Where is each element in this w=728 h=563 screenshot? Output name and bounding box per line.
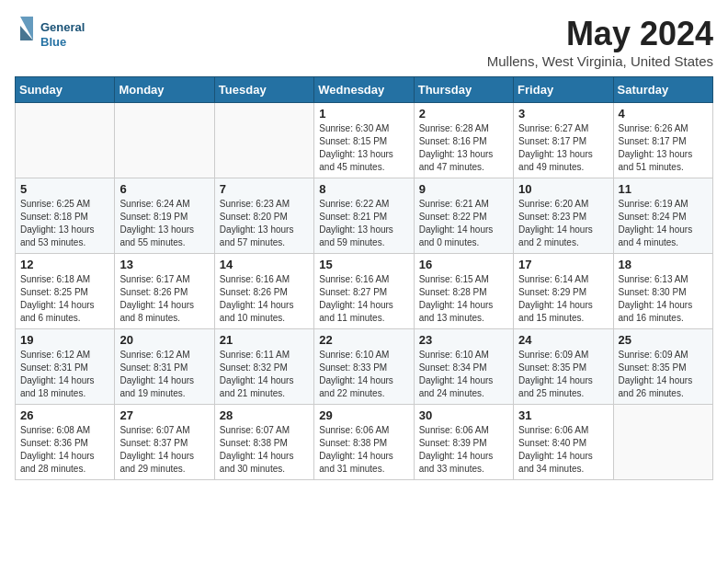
day-info: Sunrise: 6:06 AM Sunset: 8:39 PM Dayligh… — [419, 424, 508, 476]
calendar-cell — [613, 405, 712, 480]
calendar-cell: 21Sunrise: 6:11 AM Sunset: 8:32 PM Dayli… — [214, 329, 313, 405]
calendar-cell: 25Sunrise: 6:09 AM Sunset: 8:35 PM Dayli… — [613, 329, 712, 405]
day-number: 17 — [518, 258, 608, 271]
day-of-week-header: Thursday — [414, 77, 513, 103]
day-number: 28 — [220, 408, 309, 422]
day-info: Sunrise: 6:26 AM Sunset: 8:17 PM Dayligh… — [619, 122, 708, 174]
calendar-cell: 9Sunrise: 6:21 AM Sunset: 8:22 PM Daylig… — [414, 178, 513, 254]
day-of-week-header: Friday — [514, 77, 613, 103]
day-of-week-header: Wednesday — [314, 77, 414, 103]
calendar-cell: 17Sunrise: 6:14 AM Sunset: 8:29 PM Dayli… — [514, 254, 613, 329]
calendar-cell: 19Sunrise: 6:12 AM Sunset: 8:31 PM Dayli… — [16, 329, 115, 405]
calendar-cell: 31Sunrise: 6:06 AM Sunset: 8:40 PM Dayli… — [514, 405, 613, 480]
calendar-body: 1Sunrise: 6:30 AM Sunset: 8:15 PM Daylig… — [16, 103, 713, 480]
day-number: 13 — [119, 258, 209, 271]
calendar-cell: 16Sunrise: 6:15 AM Sunset: 8:28 PM Dayli… — [414, 254, 513, 329]
day-info: Sunrise: 6:13 AM Sunset: 8:30 PM Dayligh… — [619, 273, 708, 325]
day-info: Sunrise: 6:14 AM Sunset: 8:29 PM Dayligh… — [518, 273, 608, 325]
calendar-cell: 8Sunrise: 6:22 AM Sunset: 8:21 PM Daylig… — [314, 178, 414, 254]
day-of-week-header: Sunday — [16, 77, 115, 103]
day-number: 14 — [220, 258, 309, 271]
day-number: 31 — [518, 408, 608, 422]
title-block: May 2024 Mullens, West Virginia, United … — [487, 15, 713, 69]
calendar-cell: 13Sunrise: 6:17 AM Sunset: 8:26 PM Dayli… — [115, 254, 214, 329]
day-number: 29 — [319, 408, 408, 422]
calendar-week-row: 19Sunrise: 6:12 AM Sunset: 8:31 PM Dayli… — [16, 329, 713, 405]
day-info: Sunrise: 6:15 AM Sunset: 8:28 PM Dayligh… — [419, 273, 508, 325]
day-info: Sunrise: 6:10 AM Sunset: 8:34 PM Dayligh… — [419, 349, 508, 400]
calendar-cell: 3Sunrise: 6:27 AM Sunset: 8:17 PM Daylig… — [514, 103, 613, 178]
day-number: 7 — [220, 182, 309, 196]
day-info: Sunrise: 6:09 AM Sunset: 8:35 PM Dayligh… — [518, 349, 608, 400]
calendar-cell: 27Sunrise: 6:07 AM Sunset: 8:37 PM Dayli… — [115, 405, 214, 480]
calendar-table: SundayMondayTuesdayWednesdayThursdayFrid… — [15, 76, 713, 480]
day-info: Sunrise: 6:16 AM Sunset: 8:27 PM Dayligh… — [319, 273, 408, 325]
calendar-cell: 2Sunrise: 6:28 AM Sunset: 8:16 PM Daylig… — [414, 103, 513, 178]
day-info: Sunrise: 6:27 AM Sunset: 8:17 PM Dayligh… — [518, 122, 608, 174]
day-info: Sunrise: 6:07 AM Sunset: 8:37 PM Dayligh… — [119, 424, 209, 476]
day-number: 21 — [220, 333, 309, 347]
day-number: 19 — [20, 333, 109, 347]
day-number: 2 — [419, 107, 508, 121]
calendar-cell: 5Sunrise: 6:25 AM Sunset: 8:18 PM Daylig… — [16, 178, 115, 254]
day-number: 16 — [419, 258, 508, 271]
day-info: Sunrise: 6:24 AM Sunset: 8:19 PM Dayligh… — [119, 198, 209, 249]
calendar-week-row: 12Sunrise: 6:18 AM Sunset: 8:25 PM Dayli… — [16, 254, 713, 329]
calendar-cell: 24Sunrise: 6:09 AM Sunset: 8:35 PM Dayli… — [514, 329, 613, 405]
day-info: Sunrise: 6:10 AM Sunset: 8:33 PM Dayligh… — [319, 349, 408, 400]
day-number: 20 — [119, 333, 209, 347]
calendar-week-row: 1Sunrise: 6:30 AM Sunset: 8:15 PM Daylig… — [16, 103, 713, 178]
day-info: Sunrise: 6:21 AM Sunset: 8:22 PM Dayligh… — [419, 198, 508, 249]
day-number: 1 — [319, 107, 408, 121]
day-info: Sunrise: 6:06 AM Sunset: 8:40 PM Dayligh… — [518, 424, 608, 476]
day-info: Sunrise: 6:22 AM Sunset: 8:21 PM Dayligh… — [319, 198, 408, 249]
calendar-cell — [214, 103, 313, 178]
calendar-cell: 10Sunrise: 6:20 AM Sunset: 8:23 PM Dayli… — [514, 178, 613, 254]
calendar-cell — [16, 103, 115, 178]
day-info: Sunrise: 6:06 AM Sunset: 8:38 PM Dayligh… — [319, 424, 408, 476]
calendar-cell: 23Sunrise: 6:10 AM Sunset: 8:34 PM Dayli… — [414, 329, 513, 405]
day-number: 15 — [319, 258, 408, 271]
logo: General Blue — [15, 15, 107, 55]
calendar-cell: 30Sunrise: 6:06 AM Sunset: 8:39 PM Dayli… — [414, 405, 513, 480]
svg-text:Blue: Blue — [40, 35, 66, 49]
calendar-cell: 6Sunrise: 6:24 AM Sunset: 8:19 PM Daylig… — [115, 178, 214, 254]
svg-text:General: General — [40, 20, 85, 34]
calendar-cell: 7Sunrise: 6:23 AM Sunset: 8:20 PM Daylig… — [214, 178, 313, 254]
calendar-week-row: 26Sunrise: 6:08 AM Sunset: 8:36 PM Dayli… — [16, 405, 713, 480]
day-info: Sunrise: 6:09 AM Sunset: 8:35 PM Dayligh… — [619, 349, 708, 400]
calendar-cell: 4Sunrise: 6:26 AM Sunset: 8:17 PM Daylig… — [613, 103, 712, 178]
day-info: Sunrise: 6:18 AM Sunset: 8:25 PM Dayligh… — [20, 273, 109, 325]
day-info: Sunrise: 6:17 AM Sunset: 8:26 PM Dayligh… — [119, 273, 209, 325]
day-info: Sunrise: 6:28 AM Sunset: 8:16 PM Dayligh… — [419, 122, 508, 174]
calendar-cell: 14Sunrise: 6:16 AM Sunset: 8:26 PM Dayli… — [214, 254, 313, 329]
day-number: 30 — [419, 408, 508, 422]
day-number: 12 — [20, 258, 109, 271]
calendar-week-row: 5Sunrise: 6:25 AM Sunset: 8:18 PM Daylig… — [16, 178, 713, 254]
day-info: Sunrise: 6:08 AM Sunset: 8:36 PM Dayligh… — [20, 424, 109, 476]
day-number: 10 — [518, 182, 608, 196]
calendar-cell: 22Sunrise: 6:10 AM Sunset: 8:33 PM Dayli… — [314, 329, 414, 405]
day-number: 23 — [419, 333, 508, 347]
day-number: 24 — [518, 333, 608, 347]
logo-svg: General Blue — [15, 15, 107, 55]
day-info: Sunrise: 6:11 AM Sunset: 8:32 PM Dayligh… — [220, 349, 309, 400]
day-info: Sunrise: 6:07 AM Sunset: 8:38 PM Dayligh… — [220, 424, 309, 476]
day-of-week-header: Monday — [115, 77, 214, 103]
day-number: 11 — [619, 182, 708, 196]
day-info: Sunrise: 6:12 AM Sunset: 8:31 PM Dayligh… — [119, 349, 209, 400]
calendar-cell: 15Sunrise: 6:16 AM Sunset: 8:27 PM Dayli… — [314, 254, 414, 329]
day-info: Sunrise: 6:30 AM Sunset: 8:15 PM Dayligh… — [319, 122, 408, 174]
calendar-cell: 11Sunrise: 6:19 AM Sunset: 8:24 PM Dayli… — [613, 178, 712, 254]
calendar-header-row: SundayMondayTuesdayWednesdayThursdayFrid… — [16, 77, 713, 103]
day-number: 6 — [119, 182, 209, 196]
calendar-cell: 29Sunrise: 6:06 AM Sunset: 8:38 PM Dayli… — [314, 405, 414, 480]
day-of-week-header: Tuesday — [214, 77, 313, 103]
day-number: 3 — [518, 107, 608, 121]
day-info: Sunrise: 6:16 AM Sunset: 8:26 PM Dayligh… — [220, 273, 309, 325]
calendar-cell: 18Sunrise: 6:13 AM Sunset: 8:30 PM Dayli… — [613, 254, 712, 329]
day-number: 27 — [119, 408, 209, 422]
day-number: 5 — [20, 182, 109, 196]
day-number: 4 — [619, 107, 708, 121]
calendar-cell: 26Sunrise: 6:08 AM Sunset: 8:36 PM Dayli… — [16, 405, 115, 480]
